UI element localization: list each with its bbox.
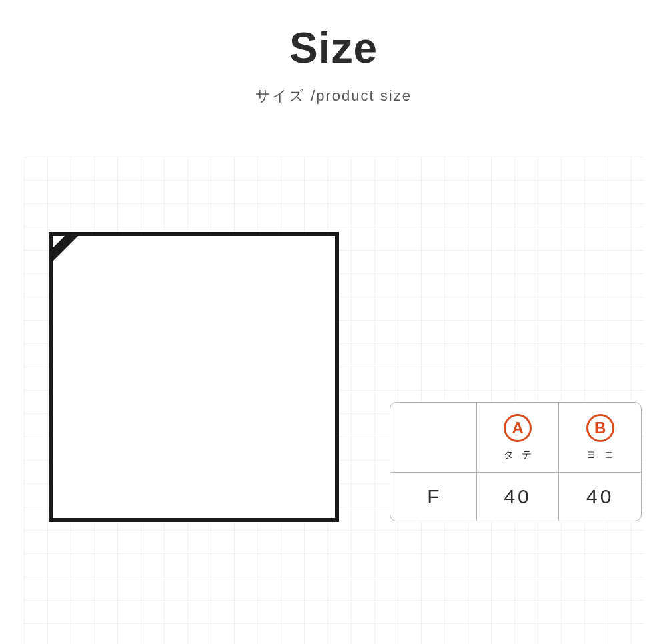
page-subtitle: サイズ /product size [0,86,667,106]
table-header-a: A タテ [476,403,559,472]
size-table: A タテ B ヨコ F 40 40 [390,402,642,521]
size-b-cell: 40 [558,473,641,521]
header: Size サイズ /product size [0,0,667,129]
badge-a-icon: A [504,414,532,442]
table-header-empty [390,403,476,472]
product-outline [49,232,339,522]
size-a-value: 40 [504,485,531,508]
table-row: F 40 40 [390,472,641,521]
size-label-cell: F [390,473,476,521]
badge-b-icon: B [586,414,614,442]
table-header-b: B ヨコ [558,403,641,472]
label-yoko: ヨコ [578,449,622,461]
corner-fold-inner-icon [53,236,65,248]
size-b-value: 40 [586,485,614,508]
grid-background: A タテ B ヨコ F 40 40 [0,157,667,644]
page-title: Size [0,23,667,73]
size-a-cell: 40 [476,473,559,521]
label-tate: タテ [496,449,540,461]
size-label: F [427,485,439,508]
table-header-row: A タテ B ヨコ [390,403,641,472]
